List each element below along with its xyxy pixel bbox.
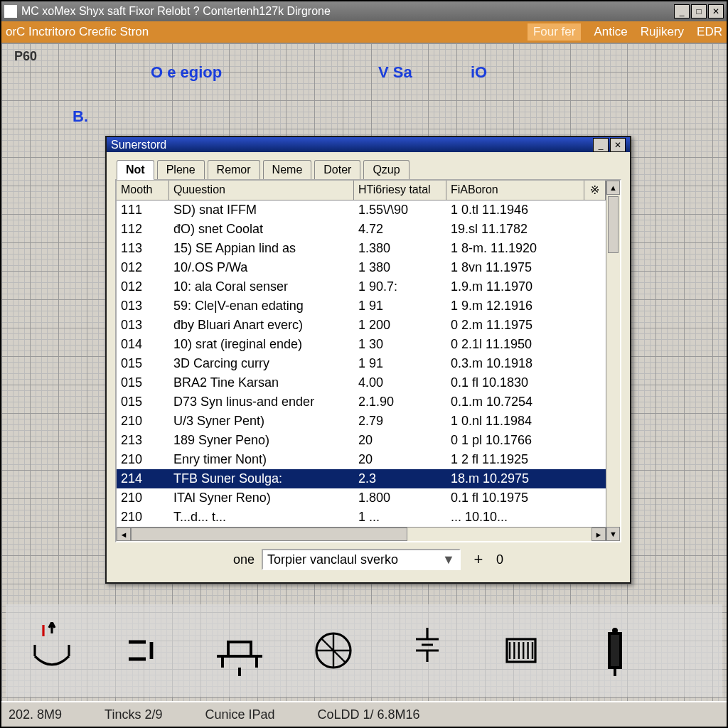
tool-chip-icon[interactable] xyxy=(208,619,272,682)
menubar: orC Inctritoro Crecfic Stron Four fer An… xyxy=(1,21,727,43)
table-cell: 2.79 xyxy=(354,414,446,429)
table-cell: 1.380 xyxy=(354,241,446,256)
table-row[interactable]: 213189 Syner Peno)200 1 pl 10.1766 xyxy=(117,431,606,450)
vertical-scrollbar[interactable]: ▲ ▼ xyxy=(606,181,620,541)
col-header-1[interactable]: Quuestion xyxy=(169,181,354,200)
dialog-minimize-button[interactable]: _ xyxy=(593,138,609,152)
table-cell: 2.3 xyxy=(354,471,446,486)
table-row[interactable]: 11315) SE Appian lind as1.3801 8-m. 11.1… xyxy=(117,239,606,258)
menu-item-1[interactable]: Antice xyxy=(594,25,627,39)
table-row[interactable]: 210U/3 Syner Pent)2.791 0.nl 11.1984 xyxy=(117,412,606,431)
horizontal-scrollbar[interactable]: ◄ ► xyxy=(117,527,606,541)
tool-connector-icon[interactable] xyxy=(114,619,178,682)
svg-point-4 xyxy=(612,628,618,633)
table-cell: 1.55\/\90 xyxy=(354,203,446,218)
table-cell: 18.m 10.2975 xyxy=(446,471,601,486)
svg-rect-3 xyxy=(609,633,621,668)
schematic-workspace[interactable]: P60 O e egiop V Sa iO B. Sunerstord _ ✕ … xyxy=(1,43,727,727)
footer-dropdown[interactable]: Torpier vanclaul sverko ▼ xyxy=(262,549,461,570)
table-row[interactable]: 015BRA2 Tine Karsan4.000.1 fl 10.1830 xyxy=(117,373,606,392)
col-header-end[interactable]: ※ xyxy=(584,181,606,200)
dialog-footer: one Torpier vanclaul sverko ▼ + 0 xyxy=(115,542,621,577)
menu-item-3[interactable]: EDR xyxy=(697,25,722,39)
table-cell: U/3 Syner Pent) xyxy=(169,414,354,429)
table-cell: T...d... t... xyxy=(169,510,354,525)
hscroll-right-arrow[interactable]: ► xyxy=(592,528,606,541)
component-toolbar xyxy=(6,604,722,697)
menu-item-2[interactable]: Rujikery xyxy=(641,25,684,39)
table-row[interactable]: 112đO) snet Coolat4.7219.sl 11.1782 xyxy=(117,220,606,239)
table-row[interactable]: 0153D Carcing curry1 910.3.m 10.1918 xyxy=(117,354,606,373)
tool-coil-icon[interactable] xyxy=(489,619,553,682)
table-cell: 1 91 xyxy=(354,356,446,371)
col-header-2[interactable]: HTi6riesy tatal xyxy=(354,181,446,200)
vscroll-down-arrow[interactable]: ▼ xyxy=(606,527,620,541)
table-cell: 4.00 xyxy=(354,375,446,390)
table-cell: 012 xyxy=(117,260,169,275)
table-cell: 1.800 xyxy=(354,491,446,505)
list-rows: 111SD) snat IFFM1.55\/\901 0.tl 11.19461… xyxy=(117,200,606,527)
table-cell: đO) snet Coolat xyxy=(169,222,354,237)
main-titlebar: MC xoMex Shyx saft Fixor Relobt ? Conter… xyxy=(1,1,727,21)
table-cell: 015 xyxy=(117,375,169,390)
tab-not[interactable]: Not xyxy=(117,160,154,180)
table-cell: 014 xyxy=(117,337,169,352)
dialog-list: Mooth Quuestion HTi6riesy tatal FiABoron… xyxy=(115,179,621,542)
table-cell: 210 xyxy=(117,510,169,525)
table-row[interactable]: 015D73 Syn linus-and ender2.1.900.1.m 10… xyxy=(117,392,606,412)
status-3: Cunice IPad xyxy=(205,707,274,722)
table-cell: 1 8vn 11.1975 xyxy=(446,260,601,275)
table-row[interactable]: 01210/.OS P/Wa1 3801 8vn 11.1975 xyxy=(117,258,606,277)
table-row[interactable]: 210T...d... t...1 ...... 10.10... xyxy=(117,508,606,527)
table-cell: 0.1.m 10.7254 xyxy=(446,395,601,410)
table-cell: 59: Cle|V-enan edating xyxy=(169,299,354,314)
tab-neme[interactable]: Neme xyxy=(263,160,312,180)
hscroll-thumb[interactable] xyxy=(131,528,407,541)
table-cell: 013 xyxy=(117,318,169,333)
table-cell: 1 9.m 12.1916 xyxy=(446,299,601,314)
table-cell: 015 xyxy=(117,356,169,371)
table-cell: 1 2 fl 11.1925 xyxy=(446,452,601,467)
tab-remor[interactable]: Remor xyxy=(208,160,260,180)
close-button[interactable]: ✕ xyxy=(708,4,724,18)
table-cell: 210 xyxy=(117,491,169,505)
svg-rect-0 xyxy=(228,642,251,656)
table-row[interactable]: 111SD) snat IFFM1.55\/\901 0.tl 11.1946 xyxy=(117,200,606,220)
table-cell: 112 xyxy=(117,222,169,237)
minimize-button[interactable]: _ xyxy=(674,4,690,18)
table-cell: 013 xyxy=(117,299,169,314)
tab-qzup[interactable]: Qzup xyxy=(363,160,409,180)
table-row[interactable]: 013đby Bluari Anart everc)1 2000 2.m 11.… xyxy=(117,316,606,335)
table-cell: 0.1 fl 10.1975 xyxy=(446,491,601,505)
table-row[interactable]: 01359: Cle|V-enan edating1 911 9.m 12.19… xyxy=(117,296,606,316)
dialog-close-button[interactable]: ✕ xyxy=(610,138,626,152)
tool-globe-icon[interactable] xyxy=(301,619,365,682)
vscroll-up-arrow[interactable]: ▲ xyxy=(606,181,620,195)
table-cell: 1 8-m. 11.1920 xyxy=(446,241,601,256)
menu-item-0[interactable]: Four fer xyxy=(528,23,582,41)
table-cell: TFB Suner Soulga: xyxy=(169,471,354,486)
svg-rect-2 xyxy=(507,639,535,662)
maximize-button[interactable]: □ xyxy=(691,4,707,18)
tool-ground-icon[interactable] xyxy=(20,619,84,682)
table-cell: 2.1.90 xyxy=(354,395,446,410)
table-cell: 15) SE Appian lind as xyxy=(169,241,354,256)
table-cell: 214 xyxy=(117,471,169,486)
col-header-0[interactable]: Mooth xyxy=(117,181,169,200)
tool-capacitor-icon[interactable] xyxy=(395,619,459,682)
main-window: MC xoMex Shyx saft Fixor Relobt ? Conter… xyxy=(0,0,728,728)
hscroll-left-arrow[interactable]: ◄ xyxy=(117,528,131,541)
col-header-3[interactable]: FiABoron xyxy=(446,181,584,200)
table-row[interactable]: 01210: ala Coral senser1 90.7:1.9.m 11.1… xyxy=(117,277,606,296)
tab-plene[interactable]: Plene xyxy=(157,160,205,180)
table-row[interactable]: 01410) srat (ireginal ende)1 300 2.1l 11… xyxy=(117,335,606,354)
table-row[interactable]: 214TFB Suner Soulga:2.318.m 10.2975 xyxy=(117,469,606,488)
table-cell: 10) srat (ireginal ende) xyxy=(169,337,354,352)
tab-doter[interactable]: Doter xyxy=(314,160,360,180)
footer-plus-button[interactable]: + xyxy=(468,549,489,570)
table-row[interactable]: 210ITAl Syner Reno)1.8000.1 fl 10.1975 xyxy=(117,488,606,508)
table-row[interactable]: 210Enry timer Nont)201 2 fl 11.1925 xyxy=(117,450,606,469)
tool-resistor-icon[interactable] xyxy=(583,619,647,682)
table-cell: 3D Carcing curry xyxy=(169,356,354,371)
vscroll-thumb[interactable] xyxy=(608,196,619,253)
